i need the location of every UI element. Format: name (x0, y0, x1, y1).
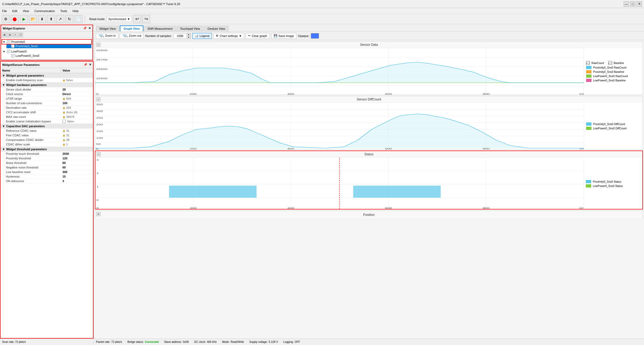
spin-up[interactable]: ▲ (187, 33, 191, 36)
tab-gesture[interactable]: Gesture View (204, 26, 229, 31)
logging-value: OFF (295, 340, 300, 343)
collapse-diffcount[interactable]: − (96, 97, 100, 102)
coarse-init-checkbox[interactable] (62, 120, 66, 123)
menu-edit[interactable]: Edit (11, 9, 18, 13)
check-all-button[interactable]: ✓ (13, 32, 18, 37)
refresh-button[interactable]: ↻ (65, 15, 73, 23)
packet-rate-label: Packet rate: (96, 340, 110, 343)
status-bar: Packet rate: 72 pkts/s Bridge status: Co… (94, 339, 644, 345)
svg-text:1000: 1000 (579, 207, 583, 209)
minimize-button[interactable]: — (624, 1, 629, 7)
collapse-status[interactable]: − (96, 152, 101, 156)
close-button[interactable]: ✕ (636, 1, 642, 7)
tab-widget-view[interactable]: Widget View (96, 26, 119, 31)
open-button[interactable]: 📂 (29, 15, 37, 23)
expand-hardware[interactable]: ▼ (2, 83, 5, 87)
slave-address-value: 0x08 (183, 340, 189, 343)
tree-row-lowpower0[interactable]: ▼ LowPower0 (2, 49, 91, 54)
position-header: + Position (95, 211, 643, 219)
param-decimation-value: 🔒 255 (61, 106, 93, 110)
param-multi-freq: Enable multi-frequency scan 🔒 false (1, 78, 93, 82)
stop-button[interactable]: ⬤ (11, 15, 19, 23)
samples-label: Number of samples: (145, 34, 172, 38)
maximize-button[interactable]: □ (630, 1, 635, 7)
collapse-sensor-data[interactable]: − (96, 43, 100, 47)
zoom-in-button[interactable]: 🔍 🔍 Zoom in (96, 33, 118, 39)
check-lowpower0[interactable] (7, 50, 10, 53)
close-panel-button[interactable]: ✕ (88, 27, 91, 30)
status-canvas: 3 2 1 0 200 400 600 800 1000 0 (95, 158, 583, 210)
rawcount-checkbox[interactable]: ✓ (586, 61, 590, 65)
clear-icon: ✏ (248, 34, 251, 38)
menu-tools[interactable]: Tools (59, 9, 68, 13)
tab-snr[interactable]: SNR Measurement (144, 26, 176, 31)
download-button[interactable]: ⬇ (38, 15, 46, 23)
uncheck-all-button[interactable]: ☐ (18, 32, 23, 37)
tree-item-proximity0: ▼ Proximity0 Proximity0_Sns0 (2, 39, 91, 49)
tree-row-proximity0[interactable]: ▼ Proximity0 (2, 40, 91, 44)
position-title: Position (363, 213, 375, 217)
param-lfsr: LFSR range 🔒 N/A (1, 96, 93, 101)
pin-params-button[interactable]: 📌 (84, 63, 87, 66)
export-button[interactable]: ↗ (56, 15, 64, 23)
undo-button[interactable]: ↩ (133, 15, 141, 23)
close-params-button[interactable]: ✕ (89, 63, 91, 66)
legend-button[interactable]: 📊 Legend (192, 33, 212, 39)
slave-address-label: Slave address: (164, 340, 182, 343)
pin-button[interactable]: 📌 (83, 27, 87, 30)
samples-input[interactable] (173, 33, 187, 39)
param-cdac-dither-value: 🔒 1 (61, 142, 93, 147)
expand-lowpower0[interactable]: ▼ (3, 50, 6, 53)
legend-prox-diff: Proximity0_Sns0 DiffCount (586, 122, 641, 126)
section-threshold: ▼ Widget threshold parameters (1, 147, 93, 152)
tree-row-lowpower0-sns0[interactable]: LowPower0_Sns0 (6, 54, 91, 58)
param-sense-clock: Sense clock divider 28 (1, 87, 93, 92)
run-button[interactable]: ▶ (20, 15, 28, 23)
tab-bar: Widget View Graph View SNR Measurement T… (94, 24, 644, 32)
tab-graph-view[interactable]: Graph View (120, 25, 143, 31)
expand-proximity0[interactable]: ▼ (3, 40, 6, 43)
save-image-button[interactable]: 💾 Save image (271, 33, 296, 39)
supply-voltage-label: Supply voltage: (249, 340, 267, 343)
tree-row-proximity0-sns0[interactable]: Proximity0_Sns0 (6, 44, 91, 48)
chart-settings-button[interactable]: ⚙ Chart settings ▼ (213, 33, 244, 39)
menu-help[interactable]: Help (71, 9, 80, 13)
tab-touchpad[interactable]: Touchpad View (177, 26, 203, 31)
legend-lp-diff: LowPower0_Sns0 DiffCount (586, 127, 641, 130)
clear-graph-button[interactable]: ✏ Clear graph (246, 33, 269, 39)
expand-threshold[interactable]: ▼ (2, 148, 5, 151)
upload-button[interactable]: ⬆ (47, 15, 55, 23)
menu-view[interactable]: View (22, 9, 30, 13)
sensor-data-chart: − Sensor Data (95, 41, 643, 95)
opaque-color-swatch[interactable] (311, 33, 319, 39)
prox0-rawcount-label: Proximity0_Sns0 RawCount (593, 66, 627, 69)
doc-button[interactable]: 📄 (75, 15, 83, 23)
spin-down[interactable]: ▼ (187, 36, 191, 39)
expand-cdac[interactable]: ▼ (2, 125, 5, 128)
check-proximity0[interactable] (7, 40, 10, 43)
check-lowpower0-sns0[interactable] (11, 54, 14, 57)
params-header: Name Value (1, 68, 93, 73)
zoom-out-button[interactable]: 🔍 🔍 Zoom out (120, 33, 144, 39)
settings-button[interactable]: ⚙ (2, 15, 10, 23)
i2c-clock-value: 400 kHz (207, 340, 217, 343)
diffcount-legend: Proximity0_Sns0 DiffCount LowPower0_Sns0… (584, 103, 643, 150)
svg-text:1: 1 (96, 185, 99, 188)
menu-file[interactable]: File (1, 9, 8, 13)
expand-general[interactable]: ▼ (2, 74, 5, 77)
svg-text:0: 0 (96, 207, 99, 209)
graph-toolbar: 🔍 🔍 Zoom in 🔍 🔍 Zoom out Number of sampl… (94, 32, 644, 40)
status-body: 3 2 1 0 200 400 600 800 1000 0 (95, 158, 642, 210)
param-max-raw: MAX raw count 🔒 36576 (1, 115, 93, 119)
expand-position[interactable]: + (96, 212, 100, 216)
check-proximity0-sns0[interactable] (11, 44, 14, 48)
mode-item: Mode: Read/Write (222, 340, 244, 343)
redo-button[interactable]: ↪ (142, 15, 150, 23)
expand-all-button[interactable]: ⊞ (2, 32, 7, 37)
collapse-all-button[interactable]: ⊟ (8, 32, 12, 37)
menu-communication[interactable]: Communication (33, 9, 56, 13)
param-max-raw-value: 🔒 36576 (61, 115, 93, 119)
read-mode-dropdown[interactable]: Synchronized ▼ (106, 16, 132, 22)
sensor-params-title: Widget/Sensor Parameters (2, 63, 40, 66)
baseline-checkbox[interactable]: ✓ (608, 61, 612, 65)
